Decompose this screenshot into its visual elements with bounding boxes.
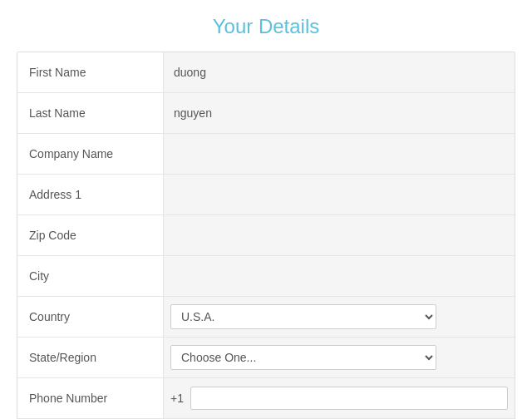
address1-row: Address 1 bbox=[17, 175, 515, 215]
city-label: City bbox=[17, 261, 163, 291]
state-select[interactable]: Choose One... Alabama Alaska Arizona Cal… bbox=[170, 345, 436, 370]
country-field: U.S.A. Canada UK Australia bbox=[163, 297, 515, 337]
phone-field: +1 bbox=[163, 378, 515, 418]
zip-code-row: Zip Code bbox=[17, 215, 515, 256]
last-name-input[interactable] bbox=[170, 103, 508, 123]
last-name-label: Last Name bbox=[17, 98, 163, 128]
company-name-field bbox=[163, 134, 515, 174]
country-label: Country bbox=[17, 302, 163, 332]
city-row: City bbox=[17, 256, 515, 297]
state-label: State/Region bbox=[17, 343, 163, 372]
address1-input[interactable] bbox=[170, 185, 508, 205]
page-title: Your Details bbox=[0, 0, 532, 52]
city-input[interactable] bbox=[170, 266, 508, 286]
company-name-input[interactable] bbox=[170, 144, 508, 164]
phone-input[interactable] bbox=[190, 387, 508, 410]
zip-code-field bbox=[163, 215, 515, 255]
country-row: Country U.S.A. Canada UK Australia bbox=[17, 297, 515, 338]
first-name-label: First Name bbox=[17, 57, 163, 87]
first-name-field bbox=[163, 52, 515, 92]
country-select[interactable]: U.S.A. Canada UK Australia bbox=[170, 304, 436, 329]
first-name-input[interactable] bbox=[170, 62, 508, 82]
address1-label: Address 1 bbox=[17, 180, 163, 210]
phone-label: Phone Number bbox=[17, 383, 163, 413]
city-field bbox=[163, 256, 515, 296]
state-field: Choose One... Alabama Alaska Arizona Cal… bbox=[163, 338, 515, 377]
company-name-label: Company Name bbox=[17, 139, 163, 169]
address1-field bbox=[163, 175, 515, 214]
last-name-field bbox=[163, 93, 515, 133]
phone-row: Phone Number +1 bbox=[17, 378, 515, 419]
first-name-row: First Name bbox=[17, 52, 515, 93]
zip-code-label: Zip Code bbox=[17, 220, 163, 250]
state-row: State/Region Choose One... Alabama Alask… bbox=[17, 338, 515, 378]
zip-code-input[interactable] bbox=[170, 225, 508, 245]
form-container: First Name Last Name Company Name Addres… bbox=[17, 52, 515, 419]
phone-prefix: +1 bbox=[170, 392, 187, 405]
last-name-row: Last Name bbox=[17, 93, 515, 134]
company-name-row: Company Name bbox=[17, 134, 515, 175]
